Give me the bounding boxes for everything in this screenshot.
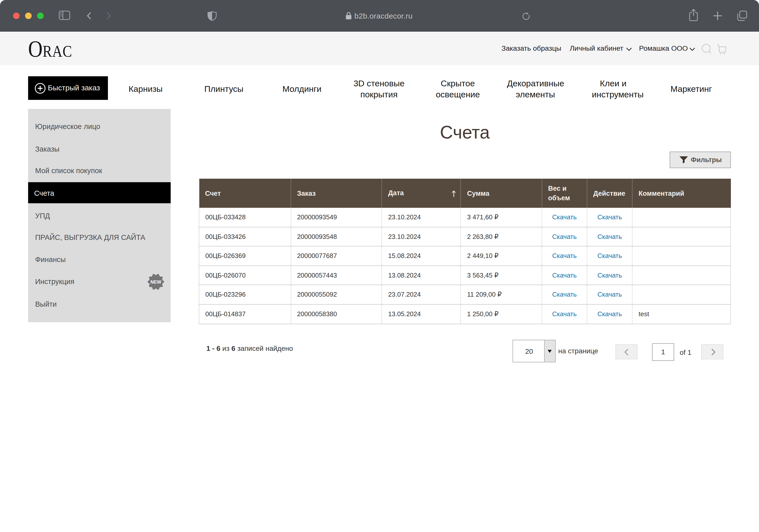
svg-text:NEW: NEW [151, 279, 162, 285]
